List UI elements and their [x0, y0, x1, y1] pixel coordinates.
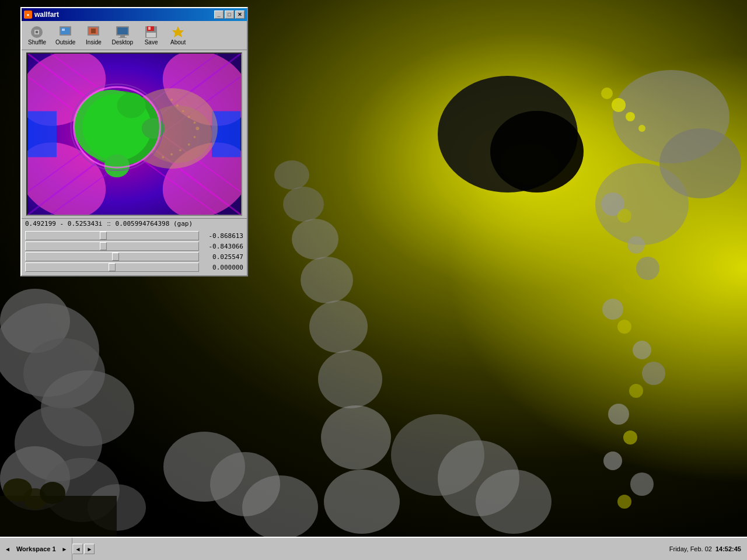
- inside-label: Inside: [86, 39, 102, 46]
- outside-icon: [58, 25, 72, 39]
- slider-0[interactable]: [25, 231, 199, 240]
- svg-point-93: [182, 110, 184, 113]
- status-separator: ::: [107, 220, 110, 228]
- app-window: ● wallfart _ □ ✕ Shuffle Outside: [20, 7, 248, 276]
- slider-1[interactable]: [25, 242, 199, 251]
- svg-point-29: [242, 475, 318, 537]
- save-button[interactable]: Save: [139, 23, 163, 47]
- svg-point-44: [623, 430, 637, 444]
- svg-point-91: [170, 99, 173, 101]
- shuffle-icon: [30, 25, 44, 39]
- coordinates-display: 0.492199 - 0.525343i: [25, 220, 102, 228]
- workspace-right-arrow[interactable]: ►: [60, 545, 70, 554]
- svg-point-22: [301, 257, 353, 303]
- slider-thumb-1[interactable]: [100, 242, 107, 250]
- slider-value-0: -0.868613: [201, 232, 243, 240]
- workspace-text: Workspace 1: [13, 545, 60, 552]
- svg-rect-62: [118, 37, 127, 38]
- close-button[interactable]: ✕: [235, 10, 245, 19]
- about-label: About: [170, 39, 186, 46]
- desktop-label: Desktop: [111, 39, 133, 46]
- outside-label: Outside: [55, 39, 75, 46]
- taskbar-time: 14:52:45: [715, 545, 741, 552]
- window-icon: ●: [24, 10, 32, 19]
- svg-point-26: [324, 470, 400, 534]
- svg-point-11: [490, 111, 584, 192]
- svg-point-21: [292, 219, 338, 260]
- svg-rect-61: [120, 36, 125, 37]
- svg-point-88: [142, 118, 165, 138]
- svg-point-86: [117, 93, 145, 118]
- minimize-button[interactable]: _: [214, 10, 224, 19]
- svg-point-24: [318, 350, 382, 408]
- outside-button[interactable]: Outside: [53, 23, 78, 47]
- svg-point-97: [194, 136, 196, 138]
- svg-point-16: [626, 112, 635, 121]
- workspace-left-arrow[interactable]: ◄: [2, 545, 13, 554]
- svg-point-18: [638, 125, 645, 132]
- slider-row-0: -0.868613: [25, 231, 243, 240]
- taskbar-nav: ◄ ►: [72, 544, 95, 554]
- svg-point-34: [617, 209, 631, 223]
- svg-point-99: [179, 149, 181, 152]
- svg-point-92: [176, 104, 179, 107]
- svg-point-38: [602, 299, 623, 320]
- nav-right-arrow[interactable]: ►: [84, 544, 95, 554]
- taskbar: ◄ Workspace 1 ► ◄ ► Friday, Feb. 02 14:5…: [0, 537, 747, 560]
- window-icon-symbol: ●: [27, 12, 30, 18]
- fractal-preview-image: [27, 54, 241, 215]
- title-bar[interactable]: ● wallfart _ □ ✕: [22, 8, 247, 21]
- svg-point-25: [321, 405, 391, 470]
- slider-row-2: 0.025547: [25, 252, 243, 261]
- inside-button[interactable]: Inside: [82, 23, 105, 47]
- svg-point-95: [194, 121, 196, 124]
- workspace-label: ◄ Workspace 1 ►: [0, 538, 72, 560]
- svg-point-41: [642, 362, 665, 385]
- slider-2[interactable]: [25, 252, 199, 261]
- nav-left-arrow[interactable]: ◄: [72, 544, 83, 554]
- svg-point-98: [188, 144, 190, 146]
- svg-point-94: [188, 116, 190, 118]
- slider-thumb-2[interactable]: [112, 253, 119, 261]
- svg-point-101: [162, 156, 164, 158]
- svg-point-40: [633, 341, 651, 359]
- sliders-area: -0.868613 -0.843066 0.025547 0.000000: [22, 229, 247, 275]
- svg-point-87: [104, 155, 130, 177]
- svg-point-51: [40, 482, 65, 504]
- slider-thumb-3[interactable]: [109, 263, 116, 271]
- inside-icon: [86, 25, 100, 39]
- svg-point-19: [274, 160, 309, 190]
- save-label: Save: [145, 39, 158, 46]
- desktop-icon: [116, 25, 130, 39]
- svg-rect-65: [148, 27, 151, 30]
- svg-point-43: [608, 404, 629, 425]
- svg-marker-67: [172, 26, 184, 37]
- svg-point-45: [603, 452, 622, 470]
- svg-point-15: [612, 98, 626, 112]
- slider-value-2: 0.025547: [201, 253, 243, 261]
- fractal-preview-area[interactable]: [26, 52, 242, 216]
- title-bar-left: ● wallfart: [24, 10, 59, 19]
- slider-value-3: 0.000000: [201, 264, 243, 271]
- desktop-button[interactable]: Desktop: [109, 23, 136, 47]
- slider-thumb-0[interactable]: [100, 232, 107, 240]
- svg-point-36: [636, 257, 659, 280]
- slider-3[interactable]: [25, 262, 199, 272]
- svg-rect-60: [117, 27, 128, 34]
- taskbar-date: Friday, Feb. 02: [669, 545, 712, 552]
- status-bar: 0.492199 - 0.525343i :: 0.005994764398 (…: [22, 218, 247, 229]
- shuffle-label: Shuffle: [28, 39, 46, 46]
- svg-rect-55: [62, 29, 65, 31]
- svg-point-37: [623, 279, 637, 293]
- shuffle-button[interactable]: Shuffle: [25, 23, 49, 47]
- about-button[interactable]: About: [166, 23, 190, 47]
- svg-point-96: [196, 127, 199, 130]
- svg-point-23: [309, 300, 368, 353]
- title-bar-buttons: _ □ ✕: [214, 10, 245, 19]
- maximize-button[interactable]: □: [225, 10, 234, 19]
- svg-point-42: [629, 384, 643, 398]
- save-icon: [144, 25, 158, 39]
- taskbar-app-area: [95, 538, 663, 560]
- taskbar-clock-area: Friday, Feb. 02 14:52:45: [664, 545, 747, 552]
- svg-rect-79: [28, 111, 57, 158]
